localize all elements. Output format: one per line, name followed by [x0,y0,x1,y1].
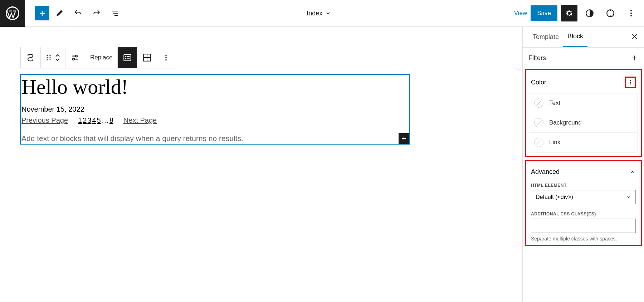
chevron-down-icon [626,195,631,200]
svg-point-11 [49,59,50,60]
compass-icon [606,9,615,18]
close-sidebar-button[interactable] [630,33,638,42]
replace-button[interactable]: Replace [85,47,118,68]
svg-point-7 [49,55,50,56]
drag-handle-icon [46,53,52,62]
swatch-none-icon [534,98,543,108]
svg-point-18 [166,55,167,56]
filters-section[interactable]: Filters [523,48,644,68]
svg-point-15 [125,56,126,57]
svg-point-10 [47,59,48,60]
color-panel-highlight: Color Text Background Link [525,69,642,157]
svg-point-12 [75,55,77,57]
more-vertical-icon [162,54,170,62]
chevron-up-icon [629,169,636,175]
toolbar-center[interactable]: Index [124,10,514,17]
color-link[interactable]: Link [529,133,638,152]
page-numbers[interactable]: 1 2 3 4 5 … 8 [78,116,113,125]
list-layout-icon [123,53,132,62]
more-vertical-icon [628,78,633,86]
save-button[interactable]: Save [531,5,557,21]
swatch-none-icon [534,138,543,147]
tab-block[interactable]: Block [563,27,587,47]
advanced-panel-highlight: Advanced HTML ELEMENT Default (<div>) AD… [525,160,642,246]
navigation-button[interactable] [602,5,619,22]
advanced-panel-header[interactable]: Advanced [529,165,638,181]
plus-icon[interactable] [630,54,638,62]
color-panel-header: Color [529,74,638,93]
wordpress-icon [6,6,19,20]
query-loop-block[interactable]: Hello world! November 15, 2022 Previous … [20,74,410,145]
chevron-up-icon [55,54,60,57]
display-settings-button[interactable] [65,47,85,68]
view-link[interactable]: View [514,10,527,17]
svg-point-13 [73,58,74,60]
chevron-down-icon [325,10,331,16]
svg-point-4 [630,13,632,14]
styles-button[interactable] [581,5,598,22]
settings-button[interactable] [561,5,577,21]
add-inner-block-button[interactable] [399,133,409,144]
css-classes-help: Separate multiple classes with spaces. [529,236,638,242]
css-classes-label: ADDITIONAL CSS CLASS(ES) [529,209,638,219]
color-panel-title: Color [531,79,546,86]
editor-canvas[interactable]: Replace Hello world! November 15, 2022 P… [0,27,522,302]
undo-icon [74,9,82,18]
svg-point-9 [49,57,50,58]
list-view-icon [111,9,119,18]
list-view-button[interactable] [107,5,124,22]
close-icon [630,33,638,40]
gear-icon [565,9,574,18]
svg-point-20 [166,59,167,61]
block-type-button[interactable] [20,47,41,68]
toolbar-left [25,5,124,22]
contrast-icon [585,9,594,18]
grid-layout-button[interactable] [137,47,157,68]
wordpress-logo[interactable] [0,0,25,27]
no-results-placeholder[interactable]: Add text or blocks that will display whe… [21,133,244,143]
redo-icon [92,9,101,18]
move-arrows[interactable] [55,54,60,62]
pagination: Previous Page 1 2 3 4 5 … 8 Next Page [21,116,409,133]
svg-point-19 [166,57,167,58]
svg-point-23 [630,83,631,84]
plus-icon [38,9,47,18]
grid-layout-icon [142,53,152,62]
color-background[interactable]: Background [529,113,638,133]
document-title: Index [307,10,322,17]
block-toolbar: Replace [20,47,175,68]
color-options-button[interactable] [625,77,636,88]
svg-point-3 [630,10,632,11]
css-classes-input[interactable] [531,219,636,233]
svg-point-6 [47,55,48,56]
undo-button[interactable] [69,5,87,22]
svg-rect-14 [124,54,131,60]
prev-page-link[interactable]: Previous Page [21,116,68,125]
post-title: Hello world! [21,75,409,105]
next-page-link[interactable]: Next Page [123,116,157,125]
sidebar-tabs: Template Block [523,27,644,48]
svg-point-8 [47,57,48,58]
no-results-row: Add text or blocks that will display whe… [21,133,409,144]
color-options-list: Text Background Link [529,93,638,152]
html-element-label: HTML ELEMENT [529,181,638,190]
block-drag-move[interactable] [41,47,65,68]
add-block-button[interactable] [35,6,49,20]
svg-point-5 [630,15,632,16]
edit-tool-button[interactable] [51,5,68,22]
more-vertical-icon [627,9,635,18]
post-date: November 15, 2022 [21,105,409,116]
main-area: Replace Hello world! November 15, 2022 P… [0,27,644,302]
block-more-button[interactable] [157,47,175,68]
query-loop-icon [25,53,35,63]
redo-button[interactable] [88,5,105,22]
plus-icon [401,135,407,142]
swatch-none-icon [534,118,543,127]
list-layout-button[interactable] [118,47,137,68]
html-element-select[interactable]: Default (<div>) [531,190,636,204]
tab-template[interactable]: Template [528,27,563,47]
more-options-button[interactable] [623,5,640,22]
top-toolbar: Index View Save [0,0,644,27]
color-text[interactable]: Text [529,93,638,113]
svg-point-16 [125,58,126,59]
